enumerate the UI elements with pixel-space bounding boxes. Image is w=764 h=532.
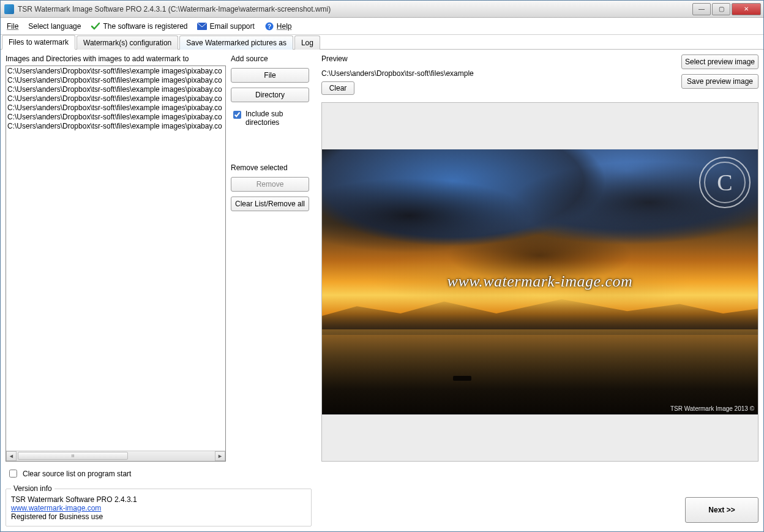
list-item[interactable]: C:\Users\anders\Dropbox\tsr-soft\files\e… bbox=[7, 113, 224, 122]
app-window: TSR Watermark Image Software PRO 2.4.3.1… bbox=[0, 0, 764, 532]
preview-image: www.watermark-image.com C TSR Watermark … bbox=[322, 149, 758, 414]
clear-on-start-row[interactable]: Clear source list on program start bbox=[7, 468, 312, 479]
menu-file[interactable]: File bbox=[7, 22, 18, 31]
mail-icon bbox=[197, 21, 207, 31]
scroll-thumb[interactable] bbox=[18, 452, 128, 460]
add-directory-button[interactable]: Directory bbox=[231, 88, 309, 102]
add-file-button[interactable]: File bbox=[231, 68, 309, 83]
left-column: Images and Directories with images to ad… bbox=[6, 54, 226, 462]
middle-column: Add source File Directory Include sub di… bbox=[231, 54, 316, 462]
scroll-right-icon[interactable]: ► bbox=[215, 451, 225, 461]
check-icon bbox=[91, 21, 100, 31]
clear-list-button[interactable]: Clear List/Remove all bbox=[231, 197, 309, 211]
clear-on-start-checkbox[interactable] bbox=[9, 470, 17, 478]
next-button[interactable]: Next >> bbox=[685, 497, 758, 523]
version-link[interactable]: www.watermark-image.com bbox=[11, 504, 101, 512]
save-preview-button[interactable]: Save preview image bbox=[681, 74, 758, 89]
version-info-legend: Version info bbox=[11, 484, 54, 493]
select-preview-button[interactable]: Select preview image bbox=[681, 54, 758, 69]
preview-path: C:\Users\anders\Dropbox\tsr-soft\files\e… bbox=[321, 69, 474, 78]
svg-text:?: ? bbox=[268, 23, 271, 30]
scroll-track[interactable] bbox=[17, 451, 215, 461]
list-item[interactable]: C:\Users\anders\Dropbox\tsr-soft\files\e… bbox=[7, 122, 224, 131]
tab-files[interactable]: Files to watermark bbox=[2, 35, 75, 50]
filelist[interactable]: C:\Users\anders\Dropbox\tsr-soft\files\e… bbox=[6, 66, 226, 462]
menu-registered[interactable]: The software is registered bbox=[91, 21, 187, 31]
menubar: File Select language The software is reg… bbox=[1, 18, 763, 35]
clear-on-start-label: Clear source list on program start bbox=[23, 470, 131, 478]
upper-area: Images and Directories with images to ad… bbox=[6, 54, 758, 462]
tab-config[interactable]: Watermark(s) configuration bbox=[77, 36, 178, 50]
filelist-scrollbar[interactable]: ◄ ► bbox=[6, 451, 225, 461]
titlebar: TSR Watermark Image Software PRO 2.4.3.1… bbox=[1, 1, 763, 18]
menu-help-label: Help bbox=[277, 22, 292, 31]
minimize-button[interactable]: — bbox=[692, 3, 711, 15]
remove-button[interactable]: Remove bbox=[231, 177, 309, 192]
preview-area: www.watermark-image.com C TSR Watermark … bbox=[321, 102, 758, 462]
list-item[interactable]: C:\Users\anders\Dropbox\tsr-soft\files\e… bbox=[7, 67, 224, 76]
list-item[interactable]: C:\Users\anders\Dropbox\tsr-soft\files\e… bbox=[7, 85, 224, 94]
scroll-left-icon[interactable]: ◄ bbox=[6, 451, 17, 461]
preview-column: Preview C:\Users\anders\Dropbox\tsr-soft… bbox=[321, 54, 758, 462]
window-title: TSR Watermark Image Software PRO 2.4.3.1… bbox=[18, 5, 691, 13]
preview-clear-button[interactable]: Clear bbox=[321, 81, 354, 95]
add-source-label: Add source bbox=[231, 54, 316, 63]
menu-help[interactable]: ? Help bbox=[264, 21, 292, 31]
app-icon bbox=[4, 4, 14, 14]
include-sub-row[interactable]: Include sub directories bbox=[231, 110, 316, 127]
lower-area: Clear source list on program start Versi… bbox=[6, 462, 758, 526]
menu-email-label: Email support bbox=[209, 22, 254, 31]
remove-selected-label: Remove selected bbox=[231, 163, 316, 172]
list-item[interactable]: C:\Users\anders\Dropbox\tsr-soft\files\e… bbox=[7, 94, 224, 103]
preview-label: Preview bbox=[321, 54, 474, 63]
menu-registered-label: The software is registered bbox=[103, 22, 187, 31]
version-info-group: Version info TSR Watermark Software PRO … bbox=[6, 484, 312, 526]
tabstrip: Files to watermark Watermark(s) configur… bbox=[1, 35, 763, 50]
maximize-button[interactable]: ▢ bbox=[712, 3, 730, 15]
include-sub-label: Include sub directories bbox=[245, 110, 316, 127]
list-item[interactable]: C:\Users\anders\Dropbox\tsr-soft\files\e… bbox=[7, 76, 224, 85]
close-button[interactable]: ✕ bbox=[732, 3, 761, 15]
registered-line: Registered for Business use bbox=[11, 512, 306, 521]
tab-saveas[interactable]: Save Watermarked pictures as bbox=[179, 36, 293, 50]
list-item[interactable]: C:\Users\anders\Dropbox\tsr-soft\files\e… bbox=[7, 103, 224, 113]
menu-email[interactable]: Email support bbox=[197, 21, 254, 31]
menu-language[interactable]: Select language bbox=[28, 22, 81, 31]
include-sub-checkbox[interactable] bbox=[233, 111, 241, 119]
tab-log[interactable]: Log bbox=[294, 36, 320, 50]
watermark-corner-text: TSR Watermark Image 2013 © bbox=[670, 405, 754, 412]
filelist-label: Images and Directories with images to ad… bbox=[6, 54, 226, 63]
help-icon: ? bbox=[264, 21, 274, 31]
version-line: TSR Watermark Software PRO 2.4.3.1 bbox=[11, 495, 306, 504]
content: Images and Directories with images to ad… bbox=[1, 50, 763, 531]
